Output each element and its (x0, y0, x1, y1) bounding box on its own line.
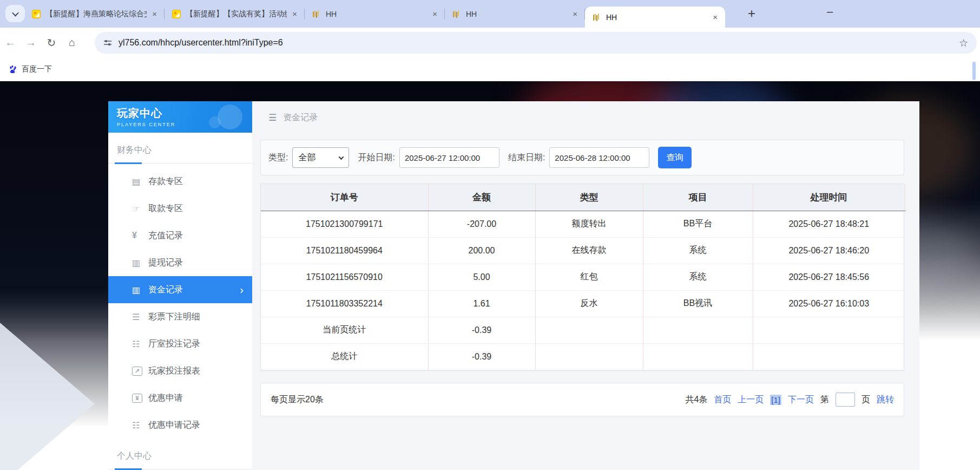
sidebar-menu-item[interactable]: ☷ 厅室投注记录 › (108, 330, 252, 357)
sidebar-menu-item[interactable]: ☷ 优惠申请记录 › (108, 412, 252, 439)
sidebar-menu-item[interactable]: ¥ 充值记录 › (108, 222, 252, 249)
tab-title: 【新提醒】【实战有奖】活动统 (186, 9, 287, 19)
tab-favicon (312, 10, 321, 18)
menu-item-label: 充值记录 (148, 230, 183, 241)
bookmark-star-icon[interactable]: ☆ (959, 37, 968, 49)
browser-toolbar: ← → ↻ ⌂ yl756.com/hhcp/usercenter.html?i… (0, 28, 980, 57)
bookmark-baidu[interactable]: 百度一下 (9, 64, 52, 74)
table-row: 总统计 -0.39 (261, 343, 905, 370)
type-label: 类型: (268, 152, 288, 164)
total-count-text: 共4条 (685, 394, 707, 406)
menu-item-icon: ☰ (132, 312, 146, 322)
menu-item-label: 优惠申请记录 (148, 420, 200, 431)
end-date-input[interactable] (549, 147, 649, 168)
sidebar-menu-item[interactable]: ▥ 资金记录 › (108, 276, 252, 303)
menu-item-icon: ¥ (132, 394, 142, 403)
cell-order-no: 当前页统计 (261, 317, 428, 343)
address-bar[interactable]: yl756.com/hhcp/usercenter.html?iniType=6… (95, 32, 977, 54)
jump-suffix-text: 页 (861, 394, 870, 406)
menu-item-label: 厅室投注记录 (148, 338, 200, 350)
page-scrollbar[interactable] (972, 62, 976, 80)
tab-favicon (593, 13, 601, 22)
cell-type: 反水 (535, 290, 643, 317)
cell-project: 系统 (643, 237, 753, 264)
reload-icon[interactable]: ↻ (41, 36, 62, 49)
search-button[interactable]: 查询 (658, 147, 692, 168)
baidu-paw-icon (9, 65, 17, 74)
site-info-icon[interactable] (103, 38, 112, 47)
header-circle-decoration (209, 116, 221, 128)
sidebar-menu-item[interactable]: ☰ 彩票下注明细 › (108, 303, 252, 330)
bookmarks-bar: 百度一下 (0, 57, 980, 81)
menu-item-icon: ▤ (132, 177, 146, 187)
home-icon[interactable]: ⌂ (62, 36, 82, 49)
back-icon[interactable]: ← (0, 36, 21, 49)
sidebar-header: 玩家中心 PLAYERS CENTER (108, 101, 252, 133)
bookmark-label: 百度一下 (22, 64, 52, 74)
next-page-link[interactable]: 下一页 (788, 394, 814, 406)
tab-close-icon[interactable]: × (570, 10, 580, 18)
sidebar-menu-item[interactable]: ↗ 玩家投注报表 › (108, 357, 252, 384)
prev-page-link[interactable]: 上一页 (738, 394, 764, 406)
start-date-label: 开始日期: (358, 152, 394, 164)
jump-page-input[interactable] (836, 393, 855, 407)
cell-amount: 200.00 (428, 237, 535, 264)
cell-amount: -207.00 (428, 211, 535, 237)
browser-tab[interactable]: HH × (445, 0, 585, 28)
cell-amount: -0.39 (428, 343, 535, 370)
section-divider (108, 163, 252, 164)
menu-item-label: 玩家投注报表 (148, 365, 200, 377)
section-divider (108, 469, 252, 469)
section-personal-label: 个人中心 (108, 451, 252, 465)
sidebar-menu-item[interactable]: ¥ 优惠申请 › (108, 384, 252, 412)
sidebar-menu-item[interactable]: ▤ 存款专区 › (108, 168, 252, 195)
cell-time: 2025-06-27 18:46:20 (753, 237, 905, 264)
cell-project (643, 317, 753, 343)
url-text[interactable]: yl756.com/hhcp/usercenter.html?iniType=6 (119, 38, 959, 48)
cell-type: 额度转出 (535, 211, 643, 237)
cell-order-no: 总统计 (261, 343, 428, 370)
hamburger-icon: ☰ (268, 112, 277, 123)
table-header-cell: 项目 (643, 184, 753, 211)
browser-tab[interactable]: 【新提醒】【实战有奖】活动统 × (165, 0, 305, 28)
first-page-link[interactable]: 首页 (714, 394, 731, 406)
menu-item-label: 优惠申请 (148, 393, 183, 404)
jump-prefix-text: 第 (820, 394, 829, 406)
tab-search-button[interactable] (5, 5, 25, 22)
jump-link[interactable]: 跳转 (877, 394, 894, 406)
header-circle-decoration (218, 105, 242, 129)
filter-bar: 类型: 全部 开始日期: 结束日期: 查询 (260, 140, 904, 175)
cell-amount: 1.61 (428, 290, 535, 317)
tab-close-icon[interactable]: × (711, 13, 720, 21)
tab-title: HH (326, 10, 427, 18)
panel-header: ☰ 资金记录 (252, 101, 919, 134)
tab-close-icon[interactable]: × (150, 10, 159, 18)
sidebar-menu-item[interactable]: ▥ 提现记录 › (108, 249, 252, 276)
table-header-cell: 类型 (535, 184, 643, 211)
browser-tab[interactable]: HH × (305, 0, 445, 28)
webpage-viewport: 玩家中心 PLAYERS CENTER 财务中心 ▤ 存款专区 › ☞ 取款专区… (0, 81, 980, 470)
cell-project: BB视讯 (643, 290, 753, 317)
tab-close-icon[interactable]: × (290, 10, 299, 18)
table-header-cell: 订单号 (261, 184, 428, 211)
tab-title: 【新提醒】海燕策略论坛综合交 (45, 9, 147, 19)
tab-close-icon[interactable]: × (430, 10, 439, 18)
browser-tab[interactable]: 【新提醒】海燕策略论坛综合交 × (24, 0, 165, 28)
page-size-text: 每页显示20条 (271, 394, 324, 406)
cell-time: 2025-06-27 18:45:56 (753, 264, 905, 290)
pagination-bar: 每页显示20条 共4条 首页 上一页 [1] 下一页 第 页 跳转 (260, 383, 904, 416)
cell-type (535, 343, 643, 370)
start-date-input[interactable] (399, 147, 499, 168)
menu-item-label: 存款专区 (148, 176, 183, 187)
window-minimize-button[interactable]: – (827, 5, 833, 18)
browser-tab[interactable]: HH × (585, 6, 725, 28)
table-row: 当前页统计 -0.39 (261, 317, 905, 343)
forward-icon[interactable]: → (21, 36, 41, 49)
new-tab-button[interactable]: + (748, 6, 755, 21)
menu-item-icon: ☞ (132, 204, 146, 214)
cell-type: 在线存款 (535, 237, 643, 264)
type-select[interactable]: 全部 (292, 147, 349, 168)
cell-type (535, 317, 643, 343)
chevron-down-icon (339, 154, 344, 160)
sidebar-menu-item[interactable]: ☞ 取款专区 › (108, 195, 252, 222)
